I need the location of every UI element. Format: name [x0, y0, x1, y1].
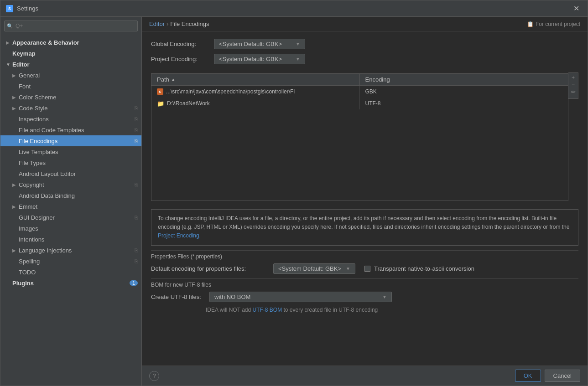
project-encoding-dropdown[interactable]: <System Default: GBK> ▼: [214, 54, 305, 64]
close-button[interactable]: ✕: [571, 3, 582, 14]
dropdown-arrow-icon-2: ▼: [296, 57, 300, 62]
default-encoding-label: Default encoding for properties files:: [151, 265, 270, 272]
sidebar-label-emmet: Emmet: [19, 203, 138, 210]
remove-button[interactable]: −: [572, 82, 575, 87]
sidebar-item-editor[interactable]: ▼ Editor: [0, 59, 141, 70]
sidebar-label-editor: Editor: [12, 61, 138, 68]
sidebar-label-file-encodings: File Encodings: [19, 138, 133, 144]
encoding-table: Path ▲ Encoding: [151, 73, 568, 201]
main-panel: Editor › File Encodings 📋 For current pr…: [142, 17, 588, 386]
sidebar-item-live-templates[interactable]: Live Templates: [0, 146, 141, 157]
sidebar-item-intentions[interactable]: Intentions: [0, 234, 141, 245]
breadcrumb-current: File Encodings: [170, 21, 209, 27]
chevron-right-icon: ▶: [12, 95, 19, 100]
path-value-1: ...\src\main\java\com\speedchina\postgis…: [166, 88, 295, 95]
sidebar-item-android-data-binding[interactable]: Android Data Binding: [0, 190, 141, 201]
transparent-checkbox-row: Transparent native-to-ascii conversion: [364, 265, 474, 272]
sidebar-item-keymap[interactable]: Keymap: [0, 48, 141, 59]
description-text-end: .: [199, 232, 201, 239]
sidebar-label-gui-designer: GUI Designer: [19, 214, 133, 221]
copy-icon: ⎘: [135, 215, 138, 220]
sidebar-item-inspections[interactable]: Inspections ⎘: [0, 113, 141, 124]
sidebar-item-color-scheme[interactable]: ▶ Color Scheme: [0, 92, 141, 103]
help-button[interactable]: ?: [149, 371, 159, 381]
idea-note-prefix: IDEA will NOT add: [206, 307, 252, 313]
folder-icon: 📁: [157, 100, 164, 107]
file-c-icon: c: [157, 88, 163, 95]
sidebar-item-copyright[interactable]: ▶ Copyright ⎘: [0, 179, 141, 190]
sidebar-item-gui-designer[interactable]: GUI Designer ⎘: [0, 212, 141, 223]
copy-icon: ⎘: [135, 127, 138, 133]
transparent-checkbox[interactable]: [364, 266, 370, 272]
sidebar-item-font[interactable]: Font: [0, 81, 141, 92]
sidebar-label-todo: TODO: [19, 269, 138, 276]
global-encoding-dropdown[interactable]: <System Default: GBK> ▼: [214, 39, 305, 49]
global-encoding-label: Global Encoding:: [151, 41, 210, 47]
encoding-table-wrap: Path ▲ Encoding: [151, 69, 568, 206]
sidebar-item-language-injections[interactable]: ▶ Language Injections ⎘: [0, 245, 141, 256]
sidebar-item-general[interactable]: ▶ General: [0, 70, 141, 81]
table-header-path: Path ▲: [151, 74, 360, 85]
sidebar-item-todo[interactable]: TODO: [0, 267, 141, 278]
table-empty-space: [151, 109, 568, 201]
sidebar-label-copyright: Copyright: [19, 181, 133, 188]
create-utf8-dropdown[interactable]: with NO BOM ▼: [209, 292, 392, 302]
copy-icon: ⎘: [135, 247, 138, 253]
sidebar-label-file-types: File Types: [19, 160, 138, 166]
default-encoding-row: Default encoding for properties files: <…: [151, 263, 578, 274]
chevron-right-icon: ▶: [12, 204, 19, 209]
sidebar-label-spelling: Spelling: [19, 258, 133, 265]
cancel-button[interactable]: Cancel: [545, 370, 580, 382]
project-encoding-row: Project Encoding: <System Default: GBK> …: [151, 54, 578, 64]
sidebar-label-keymap: Keymap: [12, 50, 138, 57]
copy-icon: ⎘: [135, 258, 138, 264]
table-cell-encoding-2: UTF-8: [360, 98, 568, 109]
titlebar: S Settings ✕: [0, 0, 588, 17]
default-encoding-dropdown[interactable]: <System Default: GBK> ▼: [273, 263, 355, 274]
chevron-down-icon: ▼: [6, 62, 12, 67]
sidebar-item-code-style[interactable]: ▶ Code Style ⎘: [0, 103, 141, 113]
sidebar: 🔍 ▶ Appearance & Behavior Keymap ▼ Edito: [0, 17, 142, 386]
sidebar-item-spelling[interactable]: Spelling ⎘: [0, 256, 141, 267]
table-row[interactable]: 📁 D:\\RoadNetWork UTF-8: [151, 98, 568, 109]
encoding-table-area: Path ▲ Encoding: [151, 69, 578, 206]
edit-button[interactable]: ✏: [571, 89, 576, 97]
search-input[interactable]: [4, 21, 138, 31]
default-encoding-value: <System Default: GBK>: [278, 265, 341, 272]
breadcrumb: Editor › File Encodings 📋 For current pr…: [142, 17, 588, 31]
table-cell-path-1: c ...\src\main\java\com\speedchina\postg…: [151, 86, 360, 98]
main-content: 🔍 ▶ Appearance & Behavior Keymap ▼ Edito: [0, 17, 588, 386]
table-action-buttons: + − ✏: [568, 72, 578, 99]
chevron-right-icon: ▶: [12, 73, 19, 78]
chevron-right-icon: ▶: [6, 40, 12, 45]
project-encoding-value: <System Default: GBK>: [219, 56, 282, 62]
sidebar-item-images[interactable]: Images: [0, 223, 141, 234]
description-text: To change encoding IntelliJ IDEA uses fo…: [158, 215, 569, 230]
sidebar-item-file-encodings[interactable]: File Encodings ⎘: [0, 135, 141, 146]
plugins-badge: 1: [130, 280, 138, 286]
copy-icon: ⎘: [135, 105, 138, 111]
path-column-label: Path: [157, 76, 169, 83]
sidebar-item-plugins[interactable]: Plugins 1: [0, 278, 141, 288]
add-button[interactable]: +: [572, 75, 575, 80]
sidebar-item-file-code-templates[interactable]: File and Code Templates ⎘: [0, 124, 141, 135]
dropdown-arrow-icon: ▼: [296, 41, 300, 46]
breadcrumb-note: 📋 For current project: [527, 21, 580, 27]
chevron-right-icon: ▶: [12, 182, 19, 187]
sidebar-item-file-types[interactable]: File Types: [0, 157, 141, 168]
sidebar-item-android-layout-editor[interactable]: Android Layout Editor: [0, 168, 141, 179]
copy-icon: ⎘: [135, 138, 138, 144]
sidebar-item-emmet[interactable]: ▶ Emmet: [0, 201, 141, 212]
table-row[interactable]: c ...\src\main\java\com\speedchina\postg…: [151, 86, 568, 98]
sidebar-item-appearance-behavior[interactable]: ▶ Appearance & Behavior: [0, 37, 141, 48]
ok-button[interactable]: OK: [515, 370, 541, 382]
encoding-value-2: UTF-8: [365, 100, 381, 107]
project-encoding-link[interactable]: Project Encoding: [158, 232, 199, 239]
breadcrumb-parent[interactable]: Editor: [149, 21, 165, 27]
table-body: c ...\src\main\java\com\speedchina\postg…: [151, 86, 568, 201]
encoding-value-1: GBK: [365, 88, 377, 95]
properties-section-title: Properties Files (*.properties): [151, 253, 578, 260]
create-utf8-label: Create UTF-8 files:: [151, 293, 206, 300]
utf8-bom-link[interactable]: UTF-8 BOM: [252, 307, 282, 313]
settings-window: S Settings ✕ 🔍 ▶ Appearance & Behavior K…: [0, 0, 588, 386]
